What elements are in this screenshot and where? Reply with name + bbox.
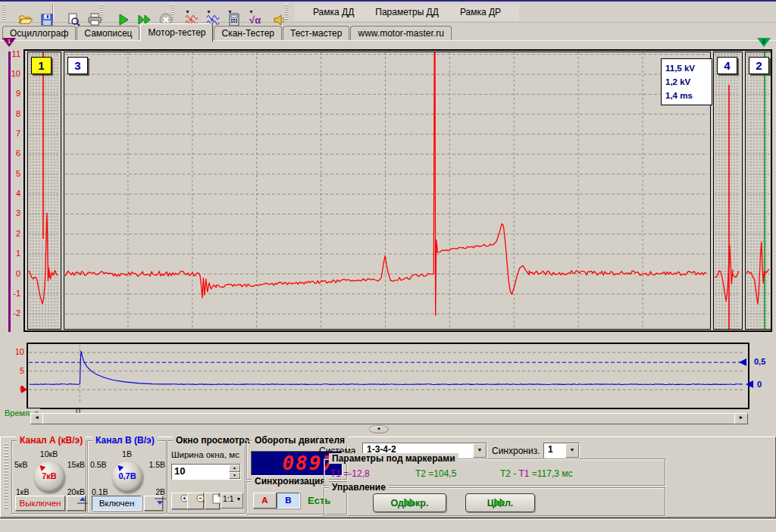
dropdown-arrow-icon[interactable]: ▼ [565, 443, 579, 458]
scope-y-tick: 5 [1, 169, 20, 178]
sync-b-button[interactable]: В [277, 493, 300, 509]
tab-самописец[interactable]: Самописец [77, 26, 139, 41]
window-width-spinner[interactable]: 10 ▲▼ [171, 464, 241, 480]
knob-scale-label: 10кВ [40, 449, 58, 458]
marker-value-part: T2 =104,5 [415, 468, 456, 479]
zoom-in-button[interactable] [171, 493, 188, 509]
scope-y-tick: 0 [1, 269, 20, 278]
spin-down-icon[interactable]: ▼ [229, 472, 240, 480]
scrollbar-left-button[interactable]: ◄ [30, 413, 43, 424]
channel-b-state-button[interactable]: Включен [92, 496, 142, 511]
marker-value-part: T2 - [500, 468, 518, 479]
measurement-info-box: 11,5 kV1,2 kV1,4 ms [661, 58, 712, 105]
menu-item[interactable]: Рамка ДД [302, 5, 365, 19]
tab-мотор-тестер[interactable]: Мотор-тестер [140, 23, 213, 42]
view-window-title: Окно просмотра [173, 435, 252, 446]
measurement-value: 1,4 ms [665, 89, 708, 102]
cylinder-panel-4[interactable] [713, 52, 743, 330]
spin-up-icon[interactable]: ▲ [229, 465, 240, 472]
wave-blue-button[interactable]: ▼ [198, 2, 219, 22]
cylinder-badge-1: 1 [31, 57, 52, 74]
marker-2-flag-icon[interactable]: 2 [757, 38, 771, 47]
collapse-panel-button[interactable]: ▼ [369, 425, 389, 433]
measurement-value: 11,5 kV [665, 61, 708, 75]
marker-params-title: Параметры под маркерами [329, 453, 458, 464]
run-cycle-icon [494, 498, 506, 508]
formula-button[interactable]: √α▼ [240, 2, 261, 22]
tab-bar: ОсциллографСамописецМотор-тестерСкан-Тес… [0, 22, 776, 41]
scope-y-tick: 2 [1, 229, 20, 238]
channel-b-position-button[interactable] [144, 496, 163, 511]
scope-y-tick: 4 [1, 189, 20, 198]
sync-title: Синхронизация [252, 476, 329, 487]
scope-y-tick: 1 [1, 249, 20, 258]
knob-scale-label: 0.5В [90, 460, 107, 469]
menu-item[interactable]: Рамка ДР [449, 5, 512, 19]
cylinder-panel-3[interactable] [64, 52, 711, 330]
cycle-run-button[interactable]: Цикл. [465, 493, 535, 512]
trace-position-icon [154, 496, 167, 505]
channel-a-knob[interactable]: 7кВ [34, 462, 64, 492]
bottom-divider [0, 518, 776, 519]
control-panel: Канал A (кВ/э) 10кВ5кВ15кВ1кВ20кВ 7кВ Вы… [0, 437, 776, 518]
open-button[interactable] [8, 2, 29, 22]
scrollbar-right-button[interactable]: ► [734, 413, 748, 424]
zoom-out-button[interactable] [187, 493, 204, 509]
overview-threshold-arrow-icon[interactable] [739, 358, 746, 366]
scope-plot-area[interactable]: 134211,5 kV1,2 kV1,4 ms [23, 49, 772, 332]
play-button[interactable] [105, 2, 127, 22]
marker-delta-value: T2 - T1 =117,3 мс [500, 468, 573, 479]
overview-zero-arrow-icon [21, 386, 27, 393]
single-run-button[interactable]: Однокр. [373, 493, 446, 512]
scrollbar-thumb[interactable] [42, 413, 735, 424]
marker-value-part: T1 =-12,8 [330, 468, 370, 479]
menu-bar: Рамка ДДПараметры ДДРамка ДР [295, 4, 519, 20]
overview-plot-area[interactable] [27, 343, 749, 409]
overview-trace-arrow-icon [746, 380, 753, 388]
panel-grip[interactable] [5, 443, 8, 510]
cylinder-panel-1[interactable] [27, 52, 61, 330]
print-preview-button[interactable] [55, 2, 77, 22]
sync-num-label: Синхрониз. [492, 446, 540, 456]
scope-y-tick: 7 [1, 129, 20, 138]
scope-y-tick: 6 [1, 149, 20, 158]
overview-canvas[interactable] [28, 344, 745, 405]
tab-www.motor-master.ru[interactable]: www.motor-master.ru [350, 26, 451, 41]
channel-a-knob-pointer-icon [38, 463, 46, 471]
scope-y-tick: 11 [1, 49, 20, 58]
knob-scale-label: 1.5В [149, 460, 165, 469]
knob-scale-label: 1В [122, 449, 132, 458]
cylinder-panel-2[interactable] [745, 52, 772, 330]
tab-divider [0, 40, 776, 41]
tab-тест-мастер[interactable]: Тест-мастер [283, 26, 349, 41]
knob-scale-label: 15кВ [67, 460, 85, 469]
sync-a-button[interactable]: А [253, 493, 277, 509]
scope-y-tick: 10 [1, 69, 20, 78]
tab-скан-тестер[interactable]: Скан-Тестер [214, 26, 282, 41]
new-view-button[interactable] [205, 493, 220, 509]
window-width-label: Ширина окна, мс [171, 450, 239, 459]
calculator-button[interactable]: ▼ [219, 2, 240, 22]
scale-ratio-select[interactable]: 1:1 ▼ [221, 493, 243, 509]
toolbar-grip[interactable] [2, 5, 5, 20]
channel-b-knob[interactable]: 0,7В [112, 462, 142, 492]
cylinder-badge-4: 4 [717, 57, 737, 74]
sync-num-select[interactable]: 1 ▼ [543, 443, 580, 458]
dropdown-arrow-icon[interactable]: ▼ [473, 443, 487, 458]
cylinder-badge-2: 2 [749, 57, 769, 74]
scope-y-tick: 9 [1, 89, 20, 98]
channel-a-state-button[interactable]: Выключен [15, 496, 65, 511]
channel-a-position-button[interactable] [67, 496, 86, 511]
menu-item[interactable]: Параметры ДД [365, 5, 449, 19]
dropdown-arrow-icon[interactable]: ▼ [235, 493, 242, 508]
knob-scale-label: 5кВ [14, 460, 27, 469]
toolbar: ▼▼▼√α▼Рамка ДДПараметры ДДРамка ДР [0, 2, 776, 23]
sound-button[interactable] [261, 2, 283, 22]
marker-value-part: =117,3 мс [532, 468, 573, 479]
marker-t2-value: T2 =104,5 [415, 468, 456, 479]
run-once-icon [404, 498, 416, 508]
app-window: ▼▼▼√α▼Рамка ДДПараметры ДДРамка ДР Осцил… [0, 0, 776, 532]
wave-red-button[interactable]: ▼ [177, 2, 198, 22]
scope-y-tick: 8 [1, 109, 20, 118]
marker-1-flag-icon[interactable]: 1 [2, 38, 16, 47]
